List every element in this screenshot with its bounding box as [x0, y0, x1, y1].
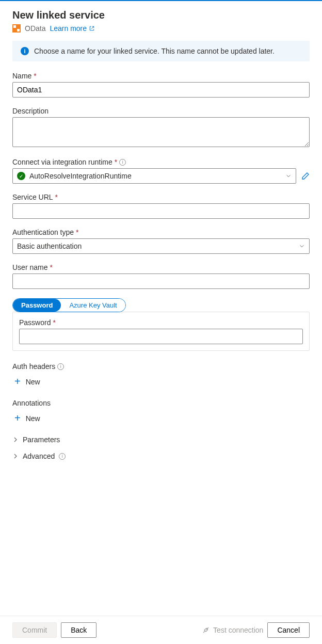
segment-password[interactable]: Password [13, 299, 61, 312]
subtitle-text: OData [25, 24, 45, 33]
password-source-segment: Password Azure Key Vault [12, 298, 126, 312]
back-button[interactable]: Back [61, 622, 96, 638]
plug-icon [202, 626, 210, 634]
chevron-down-icon [286, 173, 291, 179]
chevron-down-icon [299, 244, 304, 249]
plus-icon: + [14, 412, 21, 424]
name-input[interactable] [12, 82, 310, 98]
service-url-input[interactable] [12, 203, 310, 219]
runtime-select[interactable]: ✓ AutoResolveIntegrationRuntime [12, 168, 296, 184]
service-url-label: Service URL* [12, 193, 310, 201]
description-input[interactable] [12, 117, 310, 147]
external-link-icon [89, 25, 95, 31]
add-auth-header-button[interactable]: + New [12, 373, 310, 391]
name-label: Name* [12, 72, 310, 80]
auth-headers-label: Auth headers i [12, 362, 310, 371]
username-label: User name* [12, 263, 310, 271]
commit-button: Commit [12, 622, 57, 638]
add-annotation-button[interactable]: + New [12, 409, 310, 427]
segment-azure-key-vault[interactable]: Azure Key Vault [61, 299, 125, 312]
edit-icon[interactable] [301, 172, 310, 180]
chevron-right-icon [12, 453, 19, 459]
auth-type-select[interactable]: Basic authentication [12, 238, 310, 254]
page-title: New linked service [12, 9, 310, 21]
auth-type-label: Authentication type* [12, 228, 310, 236]
odata-icon [12, 24, 21, 33]
info-banner: i Choose a name for your linked service.… [12, 41, 310, 61]
password-input[interactable] [19, 329, 303, 344]
parameters-section[interactable]: Parameters [12, 433, 310, 446]
annotations-label: Annotations [12, 399, 310, 407]
username-input[interactable] [12, 273, 310, 289]
subtitle-row: OData Learn more [12, 24, 310, 33]
check-icon: ✓ [17, 172, 25, 180]
footer: Commit Back Test connection Cancel [0, 616, 322, 644]
info-icon[interactable]: i [59, 453, 66, 460]
plus-icon: + [14, 376, 21, 388]
info-icon[interactable]: i [57, 363, 64, 370]
advanced-section[interactable]: Advanced i [12, 450, 310, 462]
info-text: Choose a name for your linked service. T… [34, 47, 275, 55]
learn-more-link[interactable]: Learn more [50, 24, 95, 33]
cancel-button[interactable]: Cancel [267, 622, 310, 638]
password-label: Password* [19, 318, 303, 327]
info-icon[interactable]: i [119, 159, 126, 166]
chevron-right-icon [12, 437, 19, 443]
description-label: Description [12, 107, 310, 115]
runtime-label: Connect via integration runtime* i [12, 158, 310, 166]
info-icon: i [21, 47, 29, 55]
test-connection-button: Test connection [202, 626, 263, 634]
